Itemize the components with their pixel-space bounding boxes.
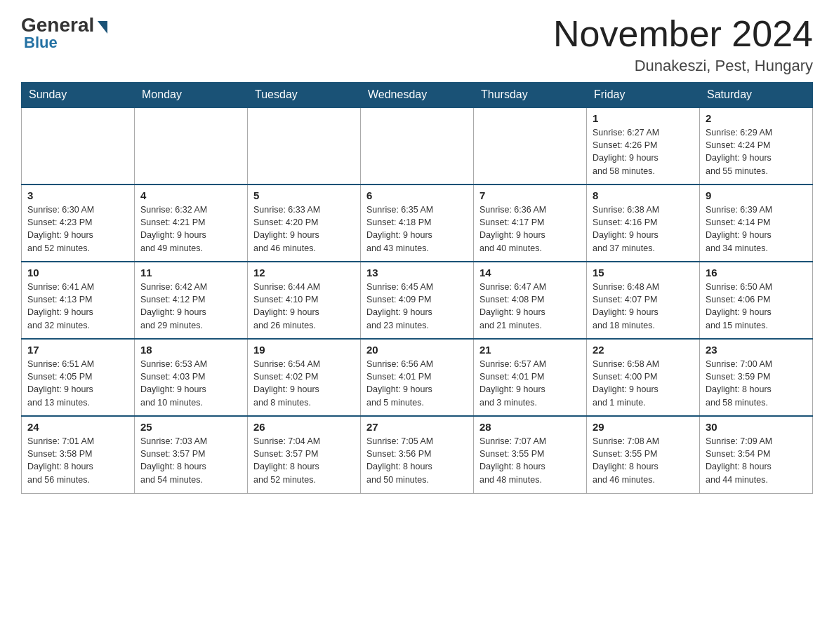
calendar-cell: 15Sunrise: 6:48 AMSunset: 4:07 PMDayligh… bbox=[587, 262, 700, 339]
day-info: Sunrise: 6:53 AMSunset: 4:03 PMDaylight:… bbox=[140, 358, 241, 409]
calendar-cell bbox=[248, 107, 361, 185]
calendar-cell: 14Sunrise: 6:47 AMSunset: 4:08 PMDayligh… bbox=[474, 262, 587, 339]
calendar-cell: 18Sunrise: 6:53 AMSunset: 4:03 PMDayligh… bbox=[135, 339, 248, 416]
day-info: Sunrise: 6:50 AMSunset: 4:06 PMDaylight:… bbox=[706, 281, 807, 332]
day-info: Sunrise: 6:44 AMSunset: 4:10 PMDaylight:… bbox=[253, 281, 355, 332]
day-info: Sunrise: 6:27 AMSunset: 4:26 PMDaylight:… bbox=[593, 126, 694, 177]
weekday-header-row: SundayMondayTuesdayWednesdayThursdayFrid… bbox=[22, 83, 813, 108]
day-info: Sunrise: 6:47 AMSunset: 4:08 PMDaylight:… bbox=[479, 281, 581, 332]
day-number: 23 bbox=[706, 344, 807, 356]
day-number: 2 bbox=[706, 112, 807, 124]
calendar-cell: 1Sunrise: 6:27 AMSunset: 4:26 PMDaylight… bbox=[587, 107, 700, 185]
day-number: 29 bbox=[593, 421, 694, 433]
calendar-cell: 2Sunrise: 6:29 AMSunset: 4:24 PMDaylight… bbox=[700, 107, 813, 185]
day-info: Sunrise: 6:38 AMSunset: 4:16 PMDaylight:… bbox=[593, 203, 694, 255]
day-number: 16 bbox=[706, 267, 807, 279]
weekday-header-saturday: Saturday bbox=[700, 83, 813, 108]
day-number: 7 bbox=[479, 189, 581, 201]
day-info: Sunrise: 6:56 AMSunset: 4:01 PMDaylight:… bbox=[366, 358, 468, 409]
day-number: 26 bbox=[253, 421, 355, 433]
day-number: 20 bbox=[366, 344, 468, 356]
day-number: 1 bbox=[593, 112, 694, 124]
day-info: Sunrise: 7:00 AMSunset: 3:59 PMDaylight:… bbox=[706, 358, 807, 409]
calendar-cell bbox=[474, 107, 587, 185]
calendar-cell: 11Sunrise: 6:42 AMSunset: 4:12 PMDayligh… bbox=[135, 262, 248, 339]
calendar-week-4: 17Sunrise: 6:51 AMSunset: 4:05 PMDayligh… bbox=[22, 339, 813, 416]
day-number: 6 bbox=[366, 189, 468, 201]
day-number: 18 bbox=[140, 344, 241, 356]
day-number: 19 bbox=[253, 344, 355, 356]
month-title: November 2024 bbox=[553, 14, 813, 54]
day-number: 28 bbox=[479, 421, 581, 433]
day-number: 25 bbox=[140, 421, 241, 433]
day-info: Sunrise: 7:05 AMSunset: 3:56 PMDaylight:… bbox=[366, 435, 468, 486]
day-number: 30 bbox=[706, 421, 807, 433]
day-number: 8 bbox=[593, 189, 694, 201]
calendar-cell: 21Sunrise: 6:57 AMSunset: 4:01 PMDayligh… bbox=[474, 339, 587, 416]
page-header: General Blue November 2024 Dunakeszi, Pe… bbox=[21, 14, 813, 75]
calendar-cell: 5Sunrise: 6:33 AMSunset: 4:20 PMDaylight… bbox=[248, 185, 361, 262]
calendar-week-3: 10Sunrise: 6:41 AMSunset: 4:13 PMDayligh… bbox=[22, 262, 813, 339]
day-info: Sunrise: 7:07 AMSunset: 3:55 PMDaylight:… bbox=[479, 435, 581, 486]
day-info: Sunrise: 7:01 AMSunset: 3:58 PMDaylight:… bbox=[27, 435, 128, 486]
calendar-cell: 8Sunrise: 6:38 AMSunset: 4:16 PMDaylight… bbox=[587, 185, 700, 262]
weekday-header-friday: Friday bbox=[587, 83, 700, 108]
day-info: Sunrise: 6:29 AMSunset: 4:24 PMDaylight:… bbox=[706, 126, 807, 177]
day-info: Sunrise: 6:57 AMSunset: 4:01 PMDaylight:… bbox=[479, 358, 581, 409]
day-number: 4 bbox=[140, 189, 241, 201]
day-info: Sunrise: 7:09 AMSunset: 3:54 PMDaylight:… bbox=[706, 435, 807, 486]
calendar-cell: 17Sunrise: 6:51 AMSunset: 4:05 PMDayligh… bbox=[22, 339, 135, 416]
calendar-table: SundayMondayTuesdayWednesdayThursdayFrid… bbox=[21, 82, 813, 494]
weekday-header-monday: Monday bbox=[135, 83, 248, 108]
day-number: 3 bbox=[27, 189, 128, 201]
calendar-week-5: 24Sunrise: 7:01 AMSunset: 3:58 PMDayligh… bbox=[22, 416, 813, 493]
calendar-cell: 20Sunrise: 6:56 AMSunset: 4:01 PMDayligh… bbox=[361, 339, 474, 416]
calendar-cell: 22Sunrise: 6:58 AMSunset: 4:00 PMDayligh… bbox=[587, 339, 700, 416]
day-number: 9 bbox=[706, 189, 807, 201]
calendar-cell: 30Sunrise: 7:09 AMSunset: 3:54 PMDayligh… bbox=[700, 416, 813, 493]
day-info: Sunrise: 7:04 AMSunset: 3:57 PMDaylight:… bbox=[253, 435, 355, 486]
day-number: 11 bbox=[140, 267, 241, 279]
calendar-header: SundayMondayTuesdayWednesdayThursdayFrid… bbox=[22, 83, 813, 108]
weekday-header-thursday: Thursday bbox=[474, 83, 587, 108]
calendar-cell: 16Sunrise: 6:50 AMSunset: 4:06 PMDayligh… bbox=[700, 262, 813, 339]
day-info: Sunrise: 6:51 AMSunset: 4:05 PMDaylight:… bbox=[27, 358, 128, 409]
day-number: 21 bbox=[479, 344, 581, 356]
logo-arrow-icon bbox=[98, 21, 107, 34]
calendar-cell bbox=[22, 107, 135, 185]
calendar-cell: 25Sunrise: 7:03 AMSunset: 3:57 PMDayligh… bbox=[135, 416, 248, 493]
day-number: 13 bbox=[366, 267, 468, 279]
day-number: 17 bbox=[27, 344, 128, 356]
day-number: 15 bbox=[593, 267, 694, 279]
day-info: Sunrise: 6:48 AMSunset: 4:07 PMDaylight:… bbox=[593, 281, 694, 332]
day-number: 5 bbox=[253, 189, 355, 201]
day-info: Sunrise: 6:54 AMSunset: 4:02 PMDaylight:… bbox=[253, 358, 355, 409]
day-number: 22 bbox=[593, 344, 694, 356]
calendar-cell: 7Sunrise: 6:36 AMSunset: 4:17 PMDaylight… bbox=[474, 185, 587, 262]
day-number: 14 bbox=[479, 267, 581, 279]
calendar-cell: 3Sunrise: 6:30 AMSunset: 4:23 PMDaylight… bbox=[22, 185, 135, 262]
weekday-header-wednesday: Wednesday bbox=[361, 83, 474, 108]
location-text: Dunakeszi, Pest, Hungary bbox=[553, 57, 813, 75]
calendar-cell: 27Sunrise: 7:05 AMSunset: 3:56 PMDayligh… bbox=[361, 416, 474, 493]
title-block: November 2024 Dunakeszi, Pest, Hungary bbox=[553, 14, 813, 75]
day-info: Sunrise: 6:33 AMSunset: 4:20 PMDaylight:… bbox=[253, 203, 355, 255]
day-info: Sunrise: 7:03 AMSunset: 3:57 PMDaylight:… bbox=[140, 435, 241, 486]
calendar-cell: 12Sunrise: 6:44 AMSunset: 4:10 PMDayligh… bbox=[248, 262, 361, 339]
calendar-body: 1Sunrise: 6:27 AMSunset: 4:26 PMDaylight… bbox=[22, 107, 813, 493]
calendar-cell bbox=[135, 107, 248, 185]
day-info: Sunrise: 6:45 AMSunset: 4:09 PMDaylight:… bbox=[366, 281, 468, 332]
day-info: Sunrise: 6:36 AMSunset: 4:17 PMDaylight:… bbox=[479, 203, 581, 255]
logo: General Blue bbox=[21, 14, 107, 52]
calendar-cell: 10Sunrise: 6:41 AMSunset: 4:13 PMDayligh… bbox=[22, 262, 135, 339]
calendar-cell: 24Sunrise: 7:01 AMSunset: 3:58 PMDayligh… bbox=[22, 416, 135, 493]
day-number: 10 bbox=[27, 267, 128, 279]
calendar-week-1: 1Sunrise: 6:27 AMSunset: 4:26 PMDaylight… bbox=[22, 107, 813, 185]
day-info: Sunrise: 7:08 AMSunset: 3:55 PMDaylight:… bbox=[593, 435, 694, 486]
day-info: Sunrise: 6:42 AMSunset: 4:12 PMDaylight:… bbox=[140, 281, 241, 332]
day-info: Sunrise: 6:30 AMSunset: 4:23 PMDaylight:… bbox=[27, 203, 128, 255]
logo-blue-text: Blue bbox=[24, 34, 58, 52]
calendar-cell: 6Sunrise: 6:35 AMSunset: 4:18 PMDaylight… bbox=[361, 185, 474, 262]
weekday-header-tuesday: Tuesday bbox=[248, 83, 361, 108]
calendar-cell: 19Sunrise: 6:54 AMSunset: 4:02 PMDayligh… bbox=[248, 339, 361, 416]
